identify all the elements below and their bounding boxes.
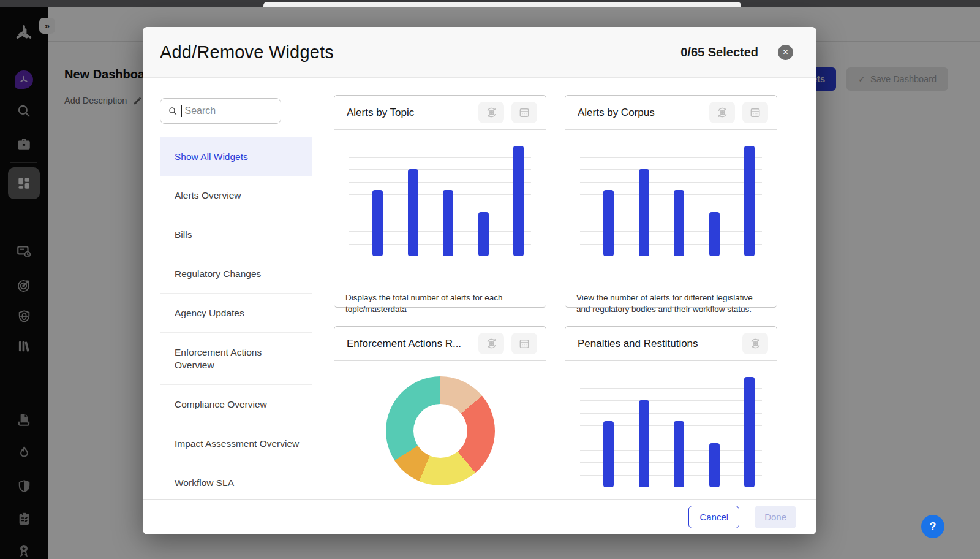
bar-chart-preview bbox=[580, 145, 762, 256]
table-view-icon[interactable] bbox=[511, 333, 537, 354]
chart-preview bbox=[334, 361, 546, 499]
widget-search-placeholder: Search bbox=[185, 105, 216, 116]
widget-card-title: Alerts by Topic bbox=[347, 107, 471, 119]
close-icon[interactable]: ✕ bbox=[778, 45, 793, 60]
chart-switch-icon[interactable] bbox=[709, 102, 735, 123]
donut-hole bbox=[413, 404, 467, 458]
bar bbox=[603, 421, 614, 487]
chart-preview bbox=[565, 145, 777, 284]
modal-footer: Cancel Done bbox=[143, 499, 816, 534]
category-item-regulatory-changes[interactable]: Regulatory Changes bbox=[160, 254, 312, 294]
browser-chrome bbox=[0, 0, 980, 7]
widget-card-penalties-restitutions[interactable]: Penalties and Restitutions bbox=[565, 326, 777, 499]
bar bbox=[709, 212, 720, 256]
text-cursor bbox=[181, 105, 182, 117]
bar bbox=[603, 190, 614, 256]
chart-preview bbox=[565, 376, 777, 499]
bar-chart-preview bbox=[349, 145, 531, 256]
table-view-icon[interactable] bbox=[511, 102, 537, 123]
chart-switch-icon[interactable] bbox=[478, 333, 504, 354]
widget-card-header: Enforcement Actions R... bbox=[334, 327, 546, 361]
widget-card-title: Penalties and Restitutions bbox=[578, 338, 735, 350]
category-item-enforcement-actions[interactable]: Enforcement Actions Overview bbox=[160, 333, 312, 385]
widget-card-enforcement-actions[interactable]: Enforcement Actions R... bbox=[334, 326, 546, 499]
category-item-compliance-overview[interactable]: Compliance Overview bbox=[160, 385, 312, 424]
table-view-icon[interactable] bbox=[742, 102, 768, 123]
chart-switch-icon[interactable] bbox=[742, 333, 768, 354]
help-button[interactable]: ? bbox=[921, 515, 944, 538]
modal-body: Search Show All Widgets Alerts Overview … bbox=[143, 78, 816, 499]
bar bbox=[639, 169, 649, 256]
widget-search-input[interactable]: Search bbox=[160, 98, 281, 124]
bar bbox=[443, 190, 453, 256]
address-bar bbox=[263, 2, 741, 7]
bar bbox=[372, 190, 383, 256]
category-list: Show All Widgets Alerts Overview Bills R… bbox=[160, 137, 312, 499]
bar bbox=[639, 400, 649, 487]
cancel-button[interactable]: Cancel bbox=[688, 506, 739, 528]
category-item-agency-updates[interactable]: Agency Updates bbox=[160, 294, 312, 333]
category-item-impact-assessment[interactable]: Impact Assessment Overview bbox=[160, 424, 312, 463]
bar bbox=[674, 190, 684, 256]
bar bbox=[513, 146, 524, 256]
scrollbar-track[interactable] bbox=[794, 95, 794, 487]
chart-preview bbox=[334, 145, 546, 284]
category-item-alerts-overview[interactable]: Alerts Overview bbox=[160, 176, 312, 215]
search-icon bbox=[168, 106, 178, 116]
category-item-show-all[interactable]: Show All Widgets bbox=[160, 137, 312, 176]
widget-card-header: Penalties and Restitutions bbox=[565, 327, 777, 361]
bar bbox=[408, 169, 418, 256]
category-item-workflow-sla[interactable]: Workflow SLA bbox=[160, 463, 312, 499]
widget-card-alerts-by-topic[interactable]: Alerts by Topic Displays the total numbe… bbox=[334, 95, 546, 308]
widget-card-header: Alerts by Corpus bbox=[565, 96, 777, 130]
bar bbox=[478, 212, 489, 256]
widget-card-title: Enforcement Actions R... bbox=[347, 338, 471, 350]
widget-category-pane: Search Show All Widgets Alerts Overview … bbox=[160, 78, 312, 499]
bar bbox=[709, 443, 720, 487]
widget-description: Displays the total number of alerts for … bbox=[334, 284, 546, 315]
bar bbox=[674, 421, 684, 487]
modal-header: Add/Remove Widgets 0/65 Selected ✕ bbox=[143, 27, 816, 78]
widget-description: View the number of alerts for different … bbox=[565, 284, 777, 315]
add-remove-widgets-modal: Add/Remove Widgets 0/65 Selected ✕ Searc… bbox=[143, 27, 816, 534]
widget-gallery-pane: Alerts by Topic Displays the total numbe… bbox=[312, 78, 816, 499]
widget-card-alerts-by-corpus[interactable]: Alerts by Corpus View the number of aler… bbox=[565, 95, 777, 308]
widget-card-header: Alerts by Topic bbox=[334, 96, 546, 130]
bar bbox=[744, 146, 755, 256]
widget-card-title: Alerts by Corpus bbox=[578, 107, 702, 119]
category-item-bills[interactable]: Bills bbox=[160, 215, 312, 254]
modal-title: Add/Remove Widgets bbox=[160, 42, 334, 63]
screen: » Dashboard Search MN New Dashboard Add … bbox=[0, 0, 980, 559]
selected-count-badge: 0/65 Selected bbox=[680, 45, 758, 59]
donut-chart-preview bbox=[386, 376, 495, 485]
chart-switch-icon[interactable] bbox=[478, 102, 504, 123]
bar-chart-preview bbox=[580, 376, 762, 487]
done-button: Done bbox=[755, 506, 796, 528]
bar bbox=[744, 377, 755, 487]
